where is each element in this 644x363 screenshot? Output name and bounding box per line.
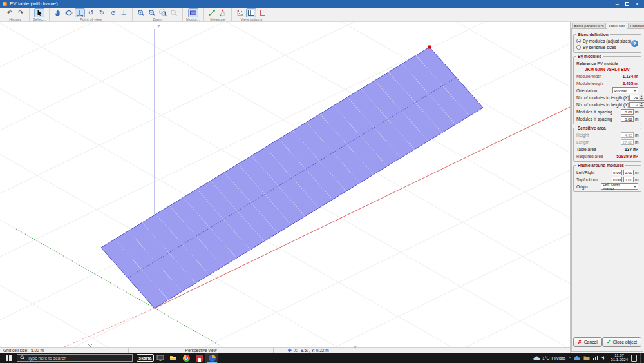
unit-label: m — [635, 110, 638, 114]
tray-folder-icon[interactable] — [583, 355, 590, 360]
modules-x-spacing-label: Modules X spacing — [576, 110, 621, 114]
tray-expand-icon[interactable]: ^ — [569, 356, 571, 360]
chevron-down-icon — [634, 90, 636, 92]
taskbar-weather[interactable]: 1°C Pilvistä — [533, 355, 565, 361]
top-view-icon[interactable]: ⊥ — [118, 8, 129, 17]
frame-left-input[interactable] — [612, 170, 622, 175]
search-placeholder: Type here to search — [28, 356, 66, 360]
view-grid-icon[interactable] — [246, 8, 256, 17]
toolbar-group-modules: Modul... — [183, 8, 204, 21]
length-label: Length — [576, 140, 621, 144]
tab-partition[interactable]: Partition — [628, 23, 644, 29]
rotate-vertical-icon[interactable]: ↻ — [108, 8, 117, 18]
unit-label: m — [635, 133, 638, 137]
taskbar-app-monitor[interactable] — [154, 353, 167, 363]
module-width-value: 1.134 m — [623, 74, 638, 79]
radio-by-modules[interactable]: By modules (adjust sizes) — [576, 38, 638, 44]
measure-distance-icon[interactable] — [207, 8, 217, 17]
taskbar-app-pvsyst[interactable] — [205, 353, 218, 363]
nb-modules-height-stepper[interactable] — [629, 102, 644, 108]
tab-basic-parameters[interactable]: Basic parameters — [572, 23, 606, 29]
radio-by-sensitive-sizes[interactable]: By sensitive sizes — [576, 44, 638, 50]
select-cursor-icon[interactable] — [34, 8, 44, 17]
zoom-window-icon[interactable] — [158, 8, 168, 17]
nb-modules-height-input[interactable] — [629, 102, 639, 108]
notification-center-icon[interactable] — [631, 355, 637, 362]
close-object-label: Close object — [613, 340, 637, 344]
nb-modules-length-stepper[interactable] — [629, 95, 644, 101]
modules-y-spacing-input[interactable] — [621, 116, 634, 122]
frame-right-input[interactable] — [623, 170, 634, 175]
system-tray: ^ — [569, 355, 607, 360]
taskbar-app-skarta[interactable]: skarta — [137, 354, 154, 362]
toolbar-group-label: Point of view — [80, 17, 102, 22]
rotate-right-icon[interactable]: ↻ — [97, 8, 107, 17]
toolbar-group-label: Measure — [210, 17, 225, 22]
redo-icon[interactable]: ↷ — [15, 8, 26, 17]
stepper-arrows[interactable] — [639, 95, 644, 101]
view-points-icon[interactable] — [235, 8, 245, 17]
minimize-button[interactable]: – — [616, 1, 619, 6]
onedrive-cloud-icon[interactable] — [573, 355, 581, 360]
close-button[interactable]: × — [636, 1, 639, 6]
table-size-page: Sizes definition By modules (adjust size… — [571, 28, 643, 352]
module-display-icon[interactable] — [188, 8, 198, 17]
height-label: Height — [576, 133, 621, 137]
tab-table-size[interactable]: Table size — [607, 23, 628, 29]
clock-date: 31.1.2024 — [611, 358, 628, 362]
frame-around-modules-group: Frame around modules Left/Right m Top/bo… — [573, 165, 641, 192]
taskbar-app-chrome[interactable] — [180, 353, 193, 363]
axes-view-icon[interactable] — [75, 8, 85, 17]
search-icon — [20, 355, 25, 360]
taskbar-app-red[interactable] — [193, 353, 205, 363]
network-icon[interactable] — [592, 355, 599, 360]
speaker-icon[interactable] — [601, 355, 607, 360]
windows-logo-icon — [6, 355, 12, 361]
view-axes-icon[interactable] — [257, 8, 267, 17]
sizes-definition-group: Sizes definition By modules (adjust size… — [573, 34, 641, 53]
taskbar-app-file-explorer[interactable] — [167, 353, 180, 363]
cancel-button[interactable]: ✗ Cancel — [573, 337, 602, 347]
title-bar: PV table (with frame) – × — [0, 0, 644, 8]
orientation-label: Orientation — [576, 88, 612, 93]
radio-icon[interactable] — [576, 45, 581, 50]
help-icon[interactable]: ? — [631, 40, 638, 47]
by-modules-group: By modules Reference PV module JKM-600N-… — [573, 56, 641, 124]
origin-label: Origin — [576, 184, 601, 189]
module-width-label: Module width — [576, 74, 623, 79]
pan-hand-icon[interactable] — [53, 8, 63, 17]
3d-viewport[interactable]: Z — [0, 22, 570, 347]
orbit-icon[interactable] — [64, 8, 74, 17]
toolbar-group-label: Modul... — [186, 17, 200, 22]
zoom-out-icon[interactable] — [147, 8, 157, 17]
taskbar-search-box[interactable]: Type here to search — [17, 354, 133, 362]
toolbar-group-point-of-view: ↺ ↻ ↻ ⊥ Point of view — [50, 8, 133, 21]
window-title: PV table (with frame) — [10, 1, 58, 7]
close-object-button[interactable]: ✓ Close object — [602, 337, 641, 347]
maximize-button[interactable] — [625, 2, 629, 6]
skarta-logo: skarta — [138, 356, 151, 360]
check-icon: ✓ — [607, 339, 611, 345]
zoom-extent-icon[interactable] — [169, 8, 179, 17]
module-name: JKM-600N-78HL4-BDV — [576, 67, 639, 72]
nb-modules-length-input[interactable] — [629, 95, 639, 101]
orientation-select[interactable]: Portrait — [612, 87, 638, 93]
cancel-x-icon: ✗ — [578, 339, 582, 345]
toolbar: ↶ ↷ History Selec... — [0, 8, 644, 22]
radio-icon[interactable] — [576, 39, 581, 43]
zoom-in-icon[interactable] — [136, 8, 146, 17]
origin-select[interactable]: Left lower corner — [601, 183, 638, 190]
show-desktop-button[interactable] — [640, 353, 642, 363]
modules-y-spacing-label: Modules Y spacing — [576, 117, 621, 121]
status-bar: Grid cell size: 5.00 m Perspective view … — [0, 347, 570, 353]
measure-angle-icon[interactable] — [218, 8, 228, 17]
modules-x-spacing-input[interactable] — [621, 109, 634, 115]
undo-icon[interactable]: ↶ — [5, 8, 15, 17]
parameters-panel: Basic parameters Table size Partition Si… — [570, 22, 644, 353]
panel-buttons: ✗ Cancel ✓ Close object — [572, 335, 643, 351]
axis-z-label: Z — [157, 24, 160, 30]
stepper-arrows[interactable] — [639, 102, 644, 108]
start-button[interactable] — [0, 353, 17, 363]
rotate-left-icon[interactable]: ↺ — [86, 8, 96, 17]
taskbar-clock[interactable]: 11.07 31.1.2024 — [611, 353, 628, 362]
